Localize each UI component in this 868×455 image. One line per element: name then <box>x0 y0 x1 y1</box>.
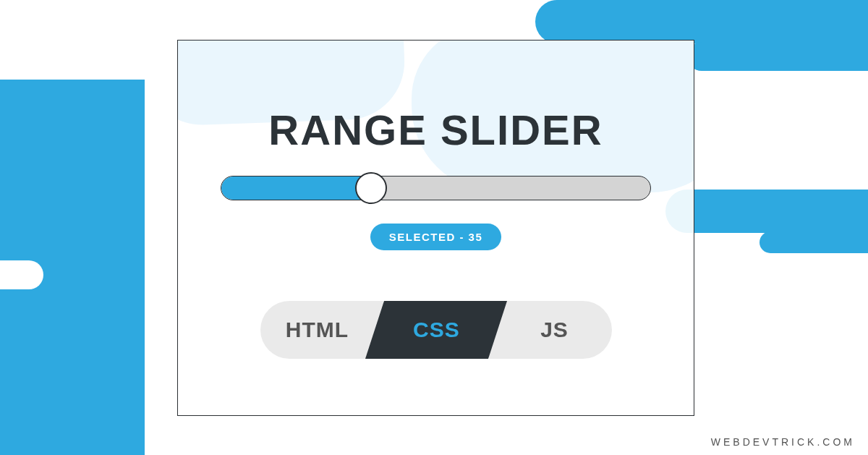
bg-shape-mid-right <box>665 190 868 233</box>
tab-html[interactable]: HTML <box>260 301 383 359</box>
bg-shape-top-right <box>535 0 868 43</box>
slider-fill <box>221 177 372 200</box>
slider-track[interactable] <box>221 176 651 200</box>
tech-tabs: HTML CSS JS <box>260 301 612 359</box>
bg-shape-mid-right-small <box>760 231 868 253</box>
tab-js[interactable]: JS <box>489 301 612 359</box>
tab-css[interactable]: CSS <box>365 301 507 359</box>
site-watermark: WEBDEVTRICK.COM <box>711 436 855 448</box>
bg-shape-left-notch <box>0 260 43 289</box>
selected-value-pill: SELECTED - 35 <box>370 224 502 250</box>
slider-thumb[interactable] <box>355 172 387 204</box>
tab-label: JS <box>540 318 569 342</box>
range-slider[interactable] <box>221 176 651 200</box>
demo-card: RANGE SLIDER SELECTED - 35 HTML CSS <box>177 40 694 416</box>
tab-label: HTML <box>286 318 349 342</box>
bg-shape-top-right-small <box>687 42 868 71</box>
page-title: RANGE SLIDER <box>214 106 658 154</box>
tab-label: CSS <box>412 318 459 342</box>
